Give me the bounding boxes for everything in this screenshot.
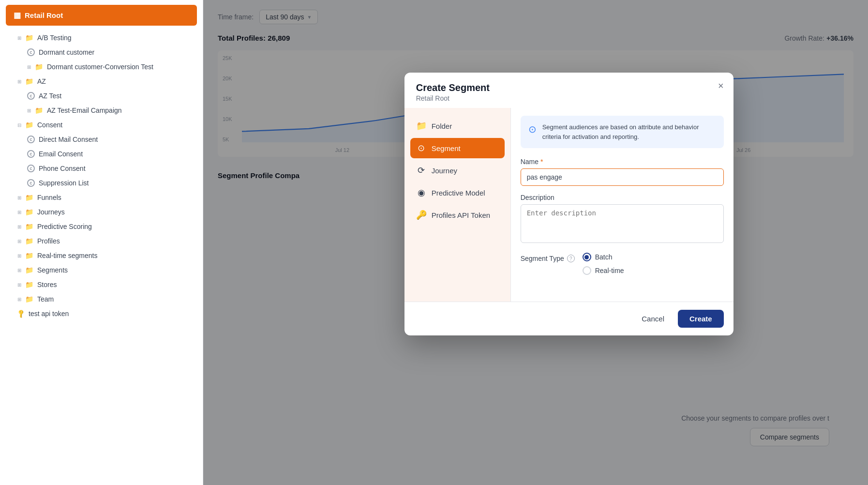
- folder-icon: 📁: [35, 106, 43, 114]
- modal-option-profiles-api[interactable]: 🔑 Profiles API Token: [410, 205, 505, 225]
- expand-icon: ⊞: [17, 297, 21, 302]
- segment-icon: C: [27, 48, 35, 56]
- create-button[interactable]: Create: [678, 310, 724, 328]
- sidebar-item-funnels[interactable]: ⊞ 📁 Funnels: [0, 190, 203, 205]
- name-input[interactable]: [521, 168, 724, 186]
- info-icon: ⊙: [528, 123, 537, 135]
- segment-option-icon: ⊙: [416, 143, 427, 153]
- segment-icon: C: [27, 92, 35, 100]
- segment-icon: C: [27, 165, 35, 172]
- modal-option-folder[interactable]: 📁 Folder: [410, 116, 505, 136]
- sidebar-item-dormant-customer[interactable]: C Dormant customer: [0, 45, 203, 60]
- sidebar-item-predictive-scoring[interactable]: ⊞ 📁 Predictive Scoring: [0, 219, 203, 234]
- expand-icon: ⊞: [17, 239, 21, 244]
- radio-realtime[interactable]: Real-time: [583, 266, 624, 275]
- expand-icon: ⊞: [17, 210, 21, 215]
- sidebar-item-email-consent[interactable]: C Email Consent: [0, 147, 203, 161]
- modal-close-button[interactable]: ×: [718, 80, 724, 91]
- create-segment-modal: Create Segment Retail Root × 📁 Folder ⊙ …: [404, 73, 733, 335]
- sidebar-item-profiles[interactable]: ⊞ 📁 Profiles: [0, 234, 203, 248]
- modal-title: Create Segment: [416, 82, 722, 93]
- journey-option-icon: ⟳: [416, 165, 427, 176]
- sidebar-item-az-test[interactable]: C AZ Test: [0, 89, 203, 103]
- folder-icon: 📁: [25, 237, 33, 245]
- sidebar-item-label: Dormant customer: [39, 48, 94, 56]
- modal-option-predictive-model[interactable]: ◉ Predictive Model: [410, 182, 505, 203]
- radio-group: Batch Real-time: [583, 253, 624, 275]
- sidebar-item-segments[interactable]: ⊞ 📁 Segments: [0, 263, 203, 277]
- sidebar-item-direct-mail[interactable]: C Direct Mail Consent: [0, 132, 203, 147]
- folder-icon: 📁: [25, 208, 33, 216]
- modal-subtitle: Retail Root: [416, 94, 722, 102]
- sidebar-item-dormant-conversion[interactable]: ⊞ 📁 Dormant customer-Conversion Test: [0, 60, 203, 74]
- required-indicator: *: [540, 158, 543, 166]
- help-icon[interactable]: ?: [567, 255, 575, 262]
- expand-icon: ⊞: [17, 79, 21, 84]
- sidebar-item-label: Suppression List: [39, 179, 89, 187]
- sidebar-item-label: AZ: [37, 77, 46, 85]
- sidebar-item-team[interactable]: ⊞ 📁 Team: [0, 292, 203, 306]
- modal-option-label: Journey: [432, 167, 457, 175]
- folder-icon: 📁: [25, 194, 33, 201]
- key-icon: 🔑: [16, 309, 26, 319]
- modal-option-label: Segment: [432, 144, 461, 152]
- realtime-label: Real-time: [595, 267, 624, 274]
- segment-icon: C: [27, 150, 35, 158]
- app-container: ▦ Retail Root ⊞ 📁 A/B Testing C Dormant …: [0, 0, 868, 485]
- modal-option-label: Folder: [432, 122, 452, 130]
- sidebar-item-phone-consent[interactable]: C Phone Consent: [0, 161, 203, 176]
- sidebar-item-label: Real-time segments: [37, 252, 98, 259]
- sidebar-item-stores[interactable]: ⊞ 📁 Stores: [0, 277, 203, 292]
- batch-radio-button[interactable]: [583, 253, 591, 261]
- sidebar-item-consent[interactable]: ⊟ 📁 Consent: [0, 118, 203, 132]
- expand-icon: ⊞: [17, 224, 21, 229]
- modal-header: Create Segment Retail Root ×: [404, 73, 733, 108]
- batch-label: Batch: [595, 253, 613, 261]
- modal-option-segment[interactable]: ⊙ Segment: [410, 138, 505, 158]
- cancel-button[interactable]: Cancel: [634, 311, 672, 327]
- sidebar-item-az-email[interactable]: ⊞ 📁 AZ Test-Email Campaign: [0, 103, 203, 118]
- folder-icon: 📁: [25, 121, 33, 129]
- modal-option-journey[interactable]: ⟳ Journey: [410, 160, 505, 181]
- sidebar-item-ab-testing[interactable]: ⊞ 📁 A/B Testing: [0, 30, 203, 45]
- sidebar-item-label: Profiles: [37, 237, 60, 245]
- info-box: ⊙ Segment audiences are based on attribu…: [521, 116, 724, 148]
- sidebar-item-label: A/B Testing: [37, 34, 72, 42]
- name-form-group: Name *: [521, 158, 724, 186]
- sidebar-item-label: Dormant customer-Conversion Test: [47, 63, 153, 71]
- modal-form-panel: ⊙ Segment audiences are based on attribu…: [511, 108, 733, 302]
- folder-icon: 📁: [25, 295, 33, 303]
- sidebar-item-suppression[interactable]: C Suppression List: [0, 176, 203, 190]
- sidebar-item-az[interactable]: ⊞ 📁 AZ: [0, 74, 203, 89]
- description-textarea[interactable]: [521, 204, 724, 243]
- segment-type-label-group: Segment Type ?: [521, 253, 575, 262]
- sidebar: ▦ Retail Root ⊞ 📁 A/B Testing C Dormant …: [0, 0, 203, 485]
- sidebar-root-label: Retail Root: [25, 11, 63, 19]
- expand-icon: ⊞: [17, 195, 21, 200]
- info-text: Segment audiences are based on attribute…: [542, 122, 716, 141]
- main-content: Time frame: Last 90 days ▼ Total Profile…: [203, 0, 868, 485]
- expand-icon: ⊞: [17, 282, 21, 288]
- realtime-radio-button[interactable]: [583, 266, 591, 275]
- sidebar-item-test-api[interactable]: 🔑 test api token: [0, 306, 203, 321]
- sidebar-item-journeys[interactable]: ⊞ 📁 Journeys: [0, 205, 203, 219]
- sidebar-item-label: Stores: [37, 281, 57, 288]
- sidebar-item-label: AZ Test-Email Campaign: [47, 106, 122, 114]
- folder-icon: 📁: [25, 252, 33, 259]
- sidebar-item-label: Team: [37, 295, 54, 303]
- expand-icon: ⊞: [17, 35, 21, 41]
- sidebar-item-realtime[interactable]: ⊞ 📁 Real-time segments: [0, 248, 203, 263]
- description-form-group: Description: [521, 194, 724, 245]
- folder-icon: 📁: [25, 77, 33, 85]
- radio-batch[interactable]: Batch: [583, 253, 624, 261]
- description-label: Description: [521, 194, 724, 201]
- api-token-option-icon: 🔑: [416, 210, 427, 220]
- predictive-model-option-icon: ◉: [416, 187, 427, 198]
- folder-icon: 📁: [25, 266, 33, 274]
- sidebar-item-label: Phone Consent: [39, 165, 86, 172]
- sidebar-root-item[interactable]: ▦ Retail Root: [6, 5, 197, 26]
- segment-type-section: Segment Type ? Batch Real-time: [521, 253, 724, 275]
- modal-option-label: Profiles API Token: [432, 211, 490, 219]
- sidebar-item-label: Email Consent: [39, 150, 83, 158]
- segment-icon: C: [27, 179, 35, 187]
